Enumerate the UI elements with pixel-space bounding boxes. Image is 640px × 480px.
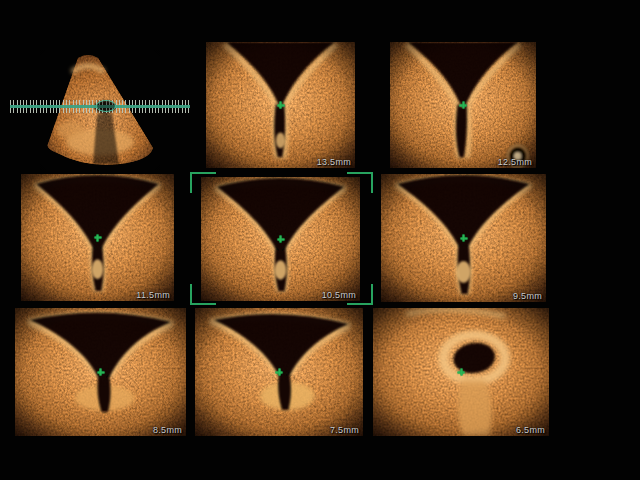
slice-plane-ruler[interactable] [10, 100, 190, 113]
slice-tile[interactable]: 6.5mm [373, 308, 549, 436]
overview-sector-image [0, 0, 200, 170]
ultrasound-multislice-screen: 13.5mm 12.5mm [0, 0, 640, 480]
slice-depth-label: 10.5mm [322, 290, 356, 300]
slice-tile[interactable]: 7.5mm [195, 308, 363, 436]
slice-depth-label: 7.5mm [330, 425, 359, 435]
scan-overview-image [0, 0, 200, 170]
roi-cross-icon [97, 369, 104, 376]
slice-tile[interactable]: 11.5mm [21, 174, 174, 301]
roi-cross-icon [277, 102, 284, 109]
slice-plane-roi-oval [96, 100, 116, 112]
roi-cross-icon [460, 102, 467, 109]
roi-cross-icon [458, 369, 465, 376]
roi-cross-icon [277, 236, 284, 243]
roi-cross-icon [460, 235, 467, 242]
slice-depth-label: 11.5mm [136, 290, 170, 300]
slice-tile[interactable]: 12.5mm [390, 42, 536, 168]
slice-depth-label: 6.5mm [516, 425, 545, 435]
slice-depth-label: 12.5mm [498, 157, 532, 167]
roi-cross-icon [276, 369, 283, 376]
slice-depth-label: 13.5mm [317, 157, 351, 167]
roi-cross-icon [94, 234, 101, 241]
slice-tile[interactable]: 9.5mm [381, 174, 546, 302]
slice-tile-selected[interactable]: 10.5mm [201, 177, 360, 301]
slice-depth-label: 8.5mm [153, 425, 182, 435]
slice-tile[interactable]: 8.5mm [15, 308, 186, 436]
slice-tile[interactable]: 13.5mm [206, 42, 355, 168]
slice-depth-label: 9.5mm [513, 291, 542, 301]
